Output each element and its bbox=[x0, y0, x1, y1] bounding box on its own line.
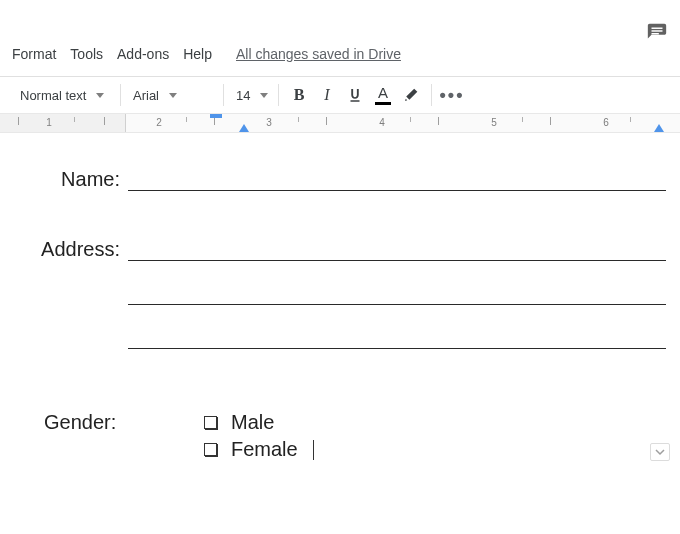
separator bbox=[278, 84, 279, 106]
right-indent-marker[interactable] bbox=[654, 124, 664, 132]
gender-option-male: Male bbox=[204, 411, 314, 434]
checkbox-icon bbox=[204, 416, 217, 429]
ruler-tick bbox=[410, 117, 411, 122]
toolbar: Normal text Arial 14 B I A ••• bbox=[0, 77, 680, 113]
ruler-tick bbox=[214, 117, 215, 125]
svg-rect-2 bbox=[652, 33, 659, 34]
text-cursor bbox=[313, 440, 314, 460]
ruler-number: 3 bbox=[266, 117, 272, 128]
ruler-tick bbox=[298, 117, 299, 122]
address-row: Address: bbox=[14, 233, 666, 261]
text-color-bar bbox=[375, 102, 391, 105]
ruler-number: 2 bbox=[156, 117, 162, 128]
menu-help[interactable]: Help bbox=[183, 46, 212, 62]
explore-button[interactable] bbox=[650, 443, 670, 461]
first-line-indent-marker[interactable] bbox=[210, 114, 222, 118]
more-button[interactable]: ••• bbox=[438, 81, 466, 109]
ruler-tick bbox=[630, 117, 631, 122]
ruler-tick bbox=[438, 117, 439, 125]
gender-option-female: Female bbox=[204, 438, 314, 461]
ruler-number: 1 bbox=[46, 117, 52, 128]
svg-rect-1 bbox=[652, 30, 663, 31]
comment-icon[interactable] bbox=[646, 22, 668, 44]
gender-label: Gender: bbox=[14, 411, 204, 434]
paragraph-style-label: Normal text bbox=[20, 88, 86, 103]
ruler[interactable]: 1 2 3 4 5 6 bbox=[0, 113, 680, 133]
name-line bbox=[128, 163, 666, 191]
ruler-number: 4 bbox=[379, 117, 385, 128]
ruler-tick bbox=[18, 117, 19, 125]
font-size-dropdown[interactable]: 14 bbox=[230, 85, 272, 106]
text-color-glyph: A bbox=[378, 85, 388, 100]
name-label: Name: bbox=[14, 168, 126, 191]
paragraph-style-dropdown[interactable]: Normal text bbox=[14, 85, 114, 106]
underline-icon bbox=[346, 86, 364, 104]
ruler-tick bbox=[326, 117, 327, 125]
font-label: Arial bbox=[133, 88, 159, 103]
bold-button[interactable]: B bbox=[285, 81, 313, 109]
separator bbox=[431, 84, 432, 106]
highlighter-icon bbox=[402, 86, 420, 104]
menu-format[interactable]: Format bbox=[12, 46, 56, 62]
ruler-tick bbox=[186, 117, 187, 122]
menu-tools[interactable]: Tools bbox=[70, 46, 103, 62]
address-label: Address: bbox=[14, 238, 126, 261]
address-line-3 bbox=[128, 347, 666, 349]
checkbox-icon bbox=[204, 443, 217, 456]
address-line-1 bbox=[128, 233, 666, 261]
italic-button[interactable]: I bbox=[313, 81, 341, 109]
menu-addons[interactable]: Add-ons bbox=[117, 46, 169, 62]
font-dropdown[interactable]: Arial bbox=[127, 85, 217, 106]
svg-rect-0 bbox=[652, 28, 663, 29]
save-status[interactable]: All changes saved in Drive bbox=[236, 46, 401, 62]
name-row: Name: bbox=[14, 163, 666, 191]
chevron-down-icon bbox=[96, 93, 104, 98]
ruler-number: 6 bbox=[603, 117, 609, 128]
underline-button[interactable] bbox=[341, 81, 369, 109]
option-female-label: Female bbox=[231, 438, 298, 461]
ruler-tick bbox=[74, 117, 75, 122]
ruler-tick bbox=[550, 117, 551, 125]
font-size-value: 14 bbox=[236, 88, 250, 103]
separator bbox=[120, 84, 121, 106]
left-indent-marker[interactable] bbox=[239, 124, 249, 132]
text-color-button[interactable]: A bbox=[369, 81, 397, 109]
separator bbox=[223, 84, 224, 106]
chevron-down-icon bbox=[169, 93, 177, 98]
gender-options: Male Female bbox=[204, 411, 314, 461]
gender-row: Gender: Male Female bbox=[14, 411, 666, 461]
highlight-button[interactable] bbox=[397, 81, 425, 109]
ruler-number: 5 bbox=[491, 117, 497, 128]
ruler-tick bbox=[104, 117, 105, 125]
address-line-2 bbox=[128, 303, 666, 305]
menubar: Format Tools Add-ons Help All changes sa… bbox=[0, 36, 680, 72]
document-page[interactable]: Name: Address: Gender: Male Female bbox=[0, 133, 680, 461]
option-male-label: Male bbox=[231, 411, 274, 434]
chevron-down-icon bbox=[655, 447, 665, 457]
chevron-down-icon bbox=[260, 93, 268, 98]
ruler-tick bbox=[522, 117, 523, 122]
